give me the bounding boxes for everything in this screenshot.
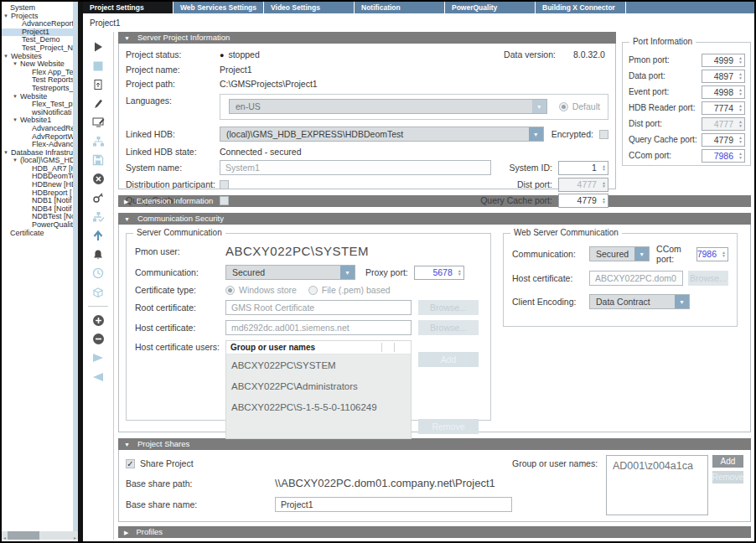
user-list-item[interactable]: ABCXY022PC\Administrators — [226, 375, 411, 396]
tab-building-x-connector[interactable]: Building X Connector — [536, 2, 626, 13]
pmon-port-stepper[interactable]: 4999 — [702, 54, 745, 67]
tree-item-project1-selected[interactable]: Project1 — [2, 28, 73, 37]
tree-item-wsinotification[interactable]: wsiNotificati — [2, 109, 73, 117]
tree-item-hdbnew[interactable]: HDBnew [HD — [2, 181, 73, 189]
tree-item-certificate[interactable]: Certificate — [2, 230, 73, 238]
share-group-names-list[interactable]: AD001\z004a1ca — [606, 455, 708, 515]
tree-item-hdb-ar7[interactable]: HDB_AR7 [H — [2, 165, 73, 173]
host-certificate-users-list[interactable]: Group or user names ABCXY022PC\SYSTEM AB… — [225, 340, 412, 439]
tree-item-flex-app[interactable]: Flex App_Tes — [2, 69, 73, 77]
scroll-left-arrow-icon[interactable] — [2, 528, 8, 543]
tree-item-advancereport[interactable]: AdvanceReport7 — [2, 20, 73, 28]
spinner-arrows-icon[interactable] — [600, 194, 608, 207]
scrollbar-thumb[interactable] — [8, 531, 39, 540]
spinner-arrows-icon[interactable] — [720, 248, 728, 261]
tree-item-test-project[interactable]: Test_Project_Not — [2, 44, 73, 53]
tree-item-ndb4[interactable]: NDB4 [Notif — [2, 205, 73, 214]
edit-pen-icon[interactable] — [90, 96, 106, 112]
project-shares-header[interactable]: Project Shares — [118, 438, 751, 450]
query-cache-port-stepper[interactable]: 4779 — [702, 133, 745, 147]
collapse-arrow-icon[interactable] — [124, 213, 130, 225]
tree-item-system[interactable]: System — [2, 4, 73, 13]
remove-circle-icon[interactable] — [90, 331, 106, 348]
tree-horizontal-scrollbar[interactable] — [2, 531, 78, 540]
notification-bell-icon[interactable] — [90, 246, 106, 263]
query-cache-checkbox[interactable] — [220, 196, 229, 205]
add-circle-icon[interactable] — [90, 312, 106, 328]
user-list-item[interactable]: ABCXY022PC\S-1-5-5-0-1106249 — [226, 396, 411, 417]
communication-security-header[interactable]: Communication Security — [118, 213, 751, 225]
event-port-stepper[interactable]: 4998 — [702, 85, 745, 99]
expand-arrow-icon[interactable] — [13, 60, 20, 68]
spinner-arrows-icon[interactable] — [737, 102, 744, 114]
tree-item-flex-test[interactable]: Flex_Test_pro — [2, 101, 73, 109]
tree-item-hdbreport[interactable]: HDBreport [ — [2, 189, 73, 198]
tree-item-website[interactable]: Website — [2, 93, 73, 101]
host-certificate-input[interactable] — [225, 320, 412, 335]
chevron-down-icon[interactable] — [634, 247, 649, 261]
system-id-stepper[interactable]: 1 — [558, 161, 608, 175]
share-project-checkbox[interactable] — [126, 459, 135, 468]
export-page-icon[interactable] — [90, 76, 106, 93]
spinner-arrows-icon[interactable] — [456, 266, 463, 279]
play-icon[interactable] — [90, 39, 106, 55]
collapse-arrow-icon[interactable] — [124, 195, 128, 208]
spinner-arrows-icon[interactable] — [737, 86, 744, 98]
distribution-participant-checkbox[interactable] — [220, 180, 229, 189]
monitor-edit-icon[interactable] — [90, 114, 106, 131]
tree-item-testreports[interactable]: Testreports_ — [2, 85, 73, 93]
upload-arrow-icon[interactable] — [90, 227, 106, 244]
tab-notification[interactable]: Notification — [355, 2, 445, 13]
spinner-arrows-icon[interactable] — [600, 162, 608, 174]
collapse-arrow-icon[interactable] — [124, 438, 130, 451]
expand-arrow-icon[interactable] — [3, 149, 11, 157]
spinner-arrows-icon[interactable] — [737, 134, 744, 146]
communication-dropdown[interactable]: Secured — [225, 265, 355, 280]
tree-item-database-infrastructure[interactable]: Database Infrastruct — [2, 149, 73, 158]
share-group-item[interactable]: AD001\z004a1ca — [613, 460, 702, 472]
collapse-arrow-icon[interactable] — [124, 32, 130, 44]
services-key-icon[interactable] — [90, 189, 106, 206]
chevron-down-icon[interactable] — [340, 266, 355, 279]
chevron-down-icon[interactable] — [675, 295, 689, 308]
tree-item-test-demo[interactable]: Test_Demo — [2, 36, 73, 44]
tab-project-settings[interactable]: Project Settings — [83, 2, 173, 13]
expand-arrow-icon[interactable] — [3, 13, 11, 20]
expand-arrow-icon[interactable] — [13, 116, 20, 124]
tree-item-ndb1[interactable]: NDB1 [Notif — [2, 197, 73, 205]
linked-hdb-dropdown[interactable]: (local)\GMS_HDB_EXPRESS\HDBDeomTest — [220, 127, 544, 142]
base-share-name-input[interactable] — [275, 497, 512, 512]
tree-item-local-gms-hdb[interactable]: (local)\GMS_HDI — [2, 157, 73, 165]
profiles-header[interactable]: Profiles — [118, 526, 751, 538]
proxy-port-stepper[interactable]: 5678 — [414, 266, 464, 280]
web-communication-dropdown[interactable]: Secured — [589, 246, 650, 261]
tab-powerquality[interactable]: PowerQuality — [445, 2, 536, 13]
users-list-header[interactable]: Group or user names — [226, 341, 411, 354]
data-port-stepper[interactable]: 4897 — [702, 70, 745, 83]
tree-item-websites[interactable]: Websites — [2, 53, 73, 61]
expand-arrow-icon[interactable] — [13, 93, 20, 101]
tree-item-website1[interactable]: Website1 — [2, 116, 73, 125]
user-list-item[interactable]: ABCXY022PC\SYSTEM — [226, 354, 411, 375]
collapse-arrow-icon[interactable] — [124, 526, 128, 539]
scroll-right-arrow-icon[interactable] — [72, 528, 78, 543]
spinner-arrows-icon[interactable] — [737, 54, 744, 66]
tab-web-services-settings[interactable]: Web Services Settings — [173, 2, 264, 13]
cancel-icon[interactable] — [90, 171, 106, 188]
add-share-group-button[interactable]: Add — [712, 455, 743, 468]
root-certificate-input[interactable] — [225, 300, 412, 315]
tree-item-ndbtest[interactable]: NDBTest [No — [2, 213, 73, 221]
tree-item-flex-advanc[interactable]: Flex-Advanc — [2, 141, 73, 149]
server-project-information-header[interactable]: Server Project Information — [118, 32, 616, 44]
tab-video-settings[interactable]: Video Settings — [264, 2, 355, 13]
expand-arrow-icon[interactable] — [3, 53, 11, 60]
tree-item-projects[interactable]: Projects — [2, 13, 73, 21]
spinner-arrows-icon[interactable] — [737, 150, 744, 162]
tree-item-new-website[interactable]: New Website — [2, 60, 73, 69]
web-ccom-port-stepper[interactable]: 7986 — [696, 247, 728, 261]
ccom-port-stepper[interactable]: 7986 — [702, 149, 745, 163]
spinner-arrows-icon[interactable] — [737, 70, 744, 82]
hdb-reader-port-stepper[interactable]: 7774 — [702, 101, 745, 115]
client-encoding-dropdown[interactable]: Data Contract — [589, 294, 690, 309]
chevron-down-icon[interactable] — [529, 127, 543, 141]
